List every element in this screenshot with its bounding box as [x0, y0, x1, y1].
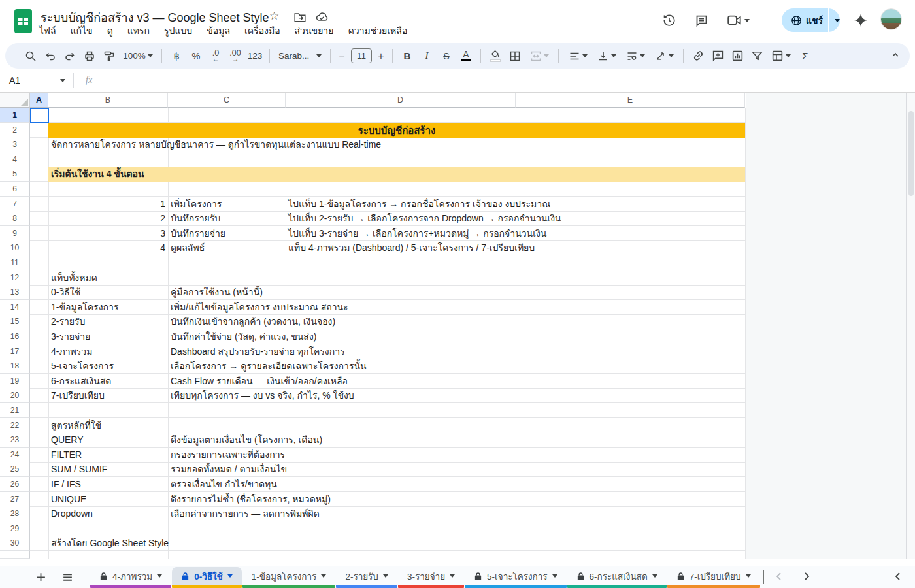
row-header-26[interactable]: 26 [0, 477, 30, 492]
cell-D7[interactable]: ไปแท็บ 1-ข้อมูลโครงการ → กรอกชื่อโครงการ… [286, 197, 553, 212]
cell-B20[interactable]: 7-เปรียบเทียบ [48, 388, 107, 403]
row-header-5[interactable]: 5 [0, 167, 30, 182]
row-header-28[interactable]: 28 [0, 506, 30, 521]
cell-B28[interactable]: Dropdown [48, 506, 95, 521]
cell-C28[interactable]: เลือกค่าจากรายการ — ลดการพิมพ์ผิด [168, 506, 322, 521]
comments-button[interactable] [690, 9, 712, 31]
sheet-tab-caret-icon[interactable] [157, 574, 162, 578]
row-header-4[interactable]: 4 [0, 152, 30, 167]
cell-B16[interactable]: 3-รายจ่าย [48, 329, 93, 344]
menu-item-6[interactable]: เครื่องมือ [244, 24, 280, 38]
sheet-tab-caret-icon[interactable] [746, 574, 751, 578]
menu-item-3[interactable]: แทรก [127, 24, 150, 38]
cell-C18[interactable]: เลือกโครงการ → ดูรายละเอียดเฉพาะโครงการน… [168, 359, 369, 374]
vertical-align-button[interactable] [592, 47, 621, 65]
cell-B14[interactable]: 1-ข้อมูลโครงการ [48, 300, 121, 315]
row-header-19[interactable]: 19 [0, 374, 30, 389]
version-history-button[interactable] [658, 9, 680, 31]
row-header-1[interactable]: 1 [0, 108, 30, 123]
cell-B3[interactable]: จัดการหลายโครงการ หลายบัญชีธนาคาร — ดูกำ… [48, 137, 384, 152]
cell-B18[interactable]: 5-เจาะโครงการ [48, 359, 116, 374]
bold-button[interactable]: B [397, 47, 417, 65]
sheet-tab-caret-icon[interactable] [652, 574, 657, 578]
row-header-25[interactable]: 25 [0, 462, 30, 477]
cell-B5[interactable]: เริ่มต้นใช้งาน 4 ขั้นตอน [48, 167, 745, 182]
sheet-tab-body[interactable]: 3-รายจ่าย [398, 567, 464, 585]
cell-B23[interactable]: QUERY [48, 433, 86, 448]
borders-button[interactable] [505, 47, 525, 65]
row-header-15[interactable]: 15 [0, 314, 30, 329]
sheet-tab-3-รายจ่าย[interactable]: 3-รายจ่าย [398, 566, 464, 588]
row-header-21[interactable]: 21 [0, 403, 30, 418]
cell-C16[interactable]: บันทึกค่าใช้จ่าย (วัสดุ, ค่าแรง, ขนส่ง) [168, 329, 319, 344]
row-header-9[interactable]: 9 [0, 226, 30, 241]
row-header-11[interactable]: 11 [0, 255, 30, 270]
cell-B7[interactable]: 1 [48, 197, 168, 212]
sheet-tab-caret-icon[interactable] [552, 574, 557, 578]
column-header-D[interactable]: D [286, 93, 516, 108]
row-header-16[interactable]: 16 [0, 329, 30, 344]
merge-cells-button[interactable] [525, 47, 554, 65]
format-currency-button[interactable]: ฿ [167, 47, 186, 65]
active-cell-selection[interactable] [30, 108, 49, 123]
hide-toolbar-button[interactable] [890, 50, 901, 63]
row-header-13[interactable]: 13 [0, 285, 30, 300]
cell-B24[interactable]: FILTER [48, 448, 84, 463]
font-select[interactable]: Sarab... [274, 47, 325, 65]
cell-C15[interactable]: บันทึกเงินเข้าจากลูกค้า (งวดงาน, เงินจอง… [168, 314, 338, 329]
cell-B19[interactable]: 6-กระแสเงินสด [48, 374, 114, 389]
format-percent-button[interactable]: % [186, 47, 206, 65]
increase-decimal-button[interactable]: .00→ [225, 47, 245, 65]
sheet-tab-body[interactable]: 2-รายรับ [336, 567, 397, 585]
account-avatar[interactable] [880, 8, 902, 30]
undo-button[interactable] [41, 47, 60, 65]
sheet-tab-0-วิธีใช้[interactable]: 0-วิธีใช้ [172, 566, 242, 588]
create-filter-button[interactable] [747, 47, 767, 65]
cell-C20[interactable]: เทียบทุกโครงการ — งบ vs จริง, กำไร, % ใช… [168, 388, 357, 403]
cell-C19[interactable]: Cash Flow รายเดือน — เงินเข้า/ออก/คงเหลื… [168, 374, 350, 389]
cell-C13[interactable]: คู่มือการใช้งาน (หน้านี้) [168, 285, 265, 300]
italic-button[interactable]: I [417, 47, 437, 65]
menu-item-0[interactable]: ไฟล์ [39, 24, 56, 38]
cell-B26[interactable]: IF / IFS [48, 477, 84, 492]
row-header-30[interactable]: 30 [0, 536, 30, 551]
cell-D8[interactable]: ไปแท็บ 2-รายรับ → เลือกโครงการจาก Dropdo… [286, 211, 564, 226]
row-header-2[interactable]: 2 [0, 123, 30, 138]
cell-C27[interactable]: ดึงรายการไม่ซ้ำ (ชื่อโครงการ, หมวดหมู่) [168, 492, 333, 507]
gemini-button[interactable] [850, 9, 872, 31]
cell-B10[interactable]: 4 [48, 240, 168, 255]
sheet-tab-1-ข้อมูลโครงการ[interactable]: 1-ข้อมูลโครงการ [242, 566, 336, 588]
sheet-tab-5-เจาะโครงการ[interactable]: 5-เจาะโครงการ [465, 566, 567, 588]
sheet-tab-2-รายรับ[interactable]: 2-รายรับ [336, 566, 397, 588]
search-menus-button[interactable] [21, 47, 41, 65]
add-sheet-button[interactable] [31, 568, 50, 586]
sheet-tab-caret-icon[interactable] [383, 574, 388, 578]
row-header-14[interactable]: 14 [0, 300, 30, 315]
cell-B12[interactable]: แท็บทั้งหมด [48, 270, 100, 286]
decrease-decimal-button[interactable]: .0← [206, 47, 225, 65]
move-folder-icon[interactable] [293, 10, 307, 24]
cell-C25[interactable]: รวมยอดทั้งหมด / ตามเงื่อนไข [168, 462, 290, 477]
redo-button[interactable] [60, 47, 80, 65]
row-header-12[interactable]: 12 [0, 270, 30, 286]
sheet-tab-body[interactable]: 0-วิธีใช้ [172, 567, 242, 585]
menu-item-7[interactable]: ส่วนขยาย [295, 24, 334, 38]
cell-C24[interactable]: กรองรายการเฉพาะที่ต้องการ [168, 448, 288, 463]
sheet-tab-caret-icon[interactable] [321, 574, 326, 578]
select-all-corner[interactable] [0, 93, 30, 108]
sheet-tab-body[interactable]: 7-เปรียบเทียบ [667, 567, 760, 585]
menu-item-8[interactable]: ความช่วยเหลือ [348, 24, 407, 38]
show-side-panel-icon[interactable] [893, 571, 903, 581]
share-button[interactable]: แชร์ [782, 8, 840, 32]
font-size-input[interactable]: 11 [351, 48, 372, 63]
row-header-10[interactable]: 10 [0, 240, 30, 255]
scroll-tabs-right-icon[interactable] [801, 571, 812, 581]
sheet-tab-4-ภาพรวม[interactable]: 4-ภาพรวม [90, 566, 171, 588]
cloud-status-icon[interactable] [315, 10, 329, 24]
paint-format-button[interactable] [99, 47, 119, 65]
text-rotation-button[interactable] [650, 47, 678, 65]
row-header-23[interactable]: 23 [0, 433, 30, 448]
cell-C8[interactable]: บันทึกรายรับ [168, 211, 223, 226]
cell-C9[interactable]: บันทึกรายจ่าย [168, 226, 228, 241]
cell-B9[interactable]: 3 [48, 226, 168, 241]
